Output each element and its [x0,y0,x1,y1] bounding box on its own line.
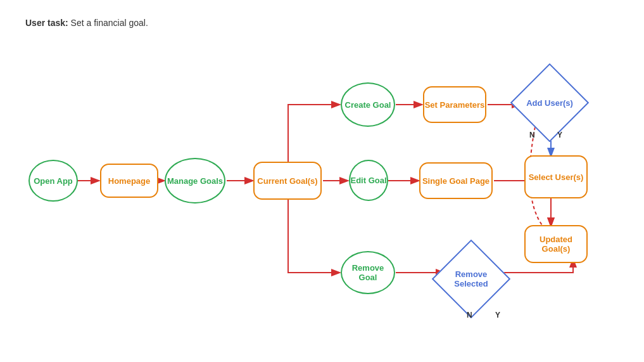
set-parameters-node: Set Parameters [423,86,486,123]
user-task-label: User task: Set a financial goal. [25,18,148,28]
edit-goal-node: Edit Goal [349,160,388,201]
remove-selected-y-label: Y [495,311,500,320]
select-users-node: Select User(s) [524,155,588,198]
current-goals-node: Current Goal(s) [253,162,322,200]
create-goal-node: Create Goal [341,82,395,127]
updated-goals-node: Updated Goal(s) [524,225,588,263]
manage-goals-node: Manage Goals [165,158,225,204]
diagram-container: User task: Set a financial goal. [0,0,644,362]
add-users-node: Add User(s) [510,63,589,142]
remove-selected-n-label: N [467,311,472,320]
add-users-n-label: N [529,131,535,139]
homepage-node: Homepage [100,164,158,198]
remove-selected-node: Remove Selected [432,240,510,318]
single-goal-page-node: Single Goal Page [419,162,493,199]
remove-goal-node: Remove Goal [341,251,395,294]
open-app-node: Open App [28,160,78,202]
add-users-y-label: Y [557,131,562,139]
